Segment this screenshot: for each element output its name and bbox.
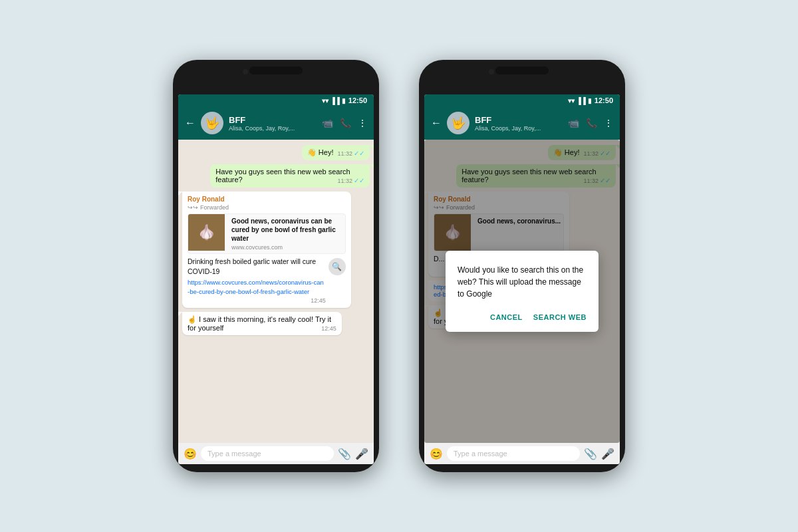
contact-info-left: BFF Alisa, Coops, Jay, Roy,... — [229, 115, 317, 132]
msg-time-hey: 11:32 ✓✓ — [337, 150, 364, 157]
input-placeholder-right: Type a message — [454, 450, 507, 458]
input-bar-right: 😊 Type a message 📎 🎤 — [424, 443, 620, 464]
link-domain: www.covcures.com — [231, 244, 342, 251]
link-title: Good news, coronavirus can be cured by o… — [231, 217, 342, 243]
phone-notch-left — [249, 66, 303, 74]
cancel-button[interactable]: CANCEL — [490, 311, 523, 324]
message-out-web: Have you guys seen this new web search f… — [210, 164, 370, 188]
dialog-message: Would you like to search this on the web… — [458, 264, 587, 300]
signal-icon-right: ▐▐ — [577, 97, 586, 104]
message-input-left[interactable]: Type a message — [201, 446, 334, 461]
phone-notch-right — [495, 66, 549, 74]
msg-text-bottom-left: ☝ I saw it this morning, it's really coo… — [188, 315, 331, 332]
group-avatar-left: 🤟 — [201, 112, 223, 134]
msg-time-bottom-left: 12:45 — [321, 325, 336, 332]
video-call-icon-right[interactable]: 📹 — [568, 118, 579, 128]
mic-icon-right[interactable]: 🎤 — [601, 448, 614, 460]
battery-icon-right: ▮ — [588, 97, 592, 104]
message-out-hey: 👋 Hey! 11:32 ✓✓ — [302, 145, 370, 160]
group-name-left: BFF — [229, 115, 317, 125]
header-icons-right: 📹 📞 ⋮ — [568, 118, 613, 128]
link-text-block: Good news, coronavirus can be cured by o… — [229, 214, 345, 253]
sender-name: Roy Ronald — [188, 196, 346, 203]
status-time-left: 12:50 — [348, 96, 367, 104]
input-placeholder-left: Type a message — [207, 450, 261, 458]
group-avatar-right: 🤟 — [447, 112, 469, 134]
phone-camera-right — [489, 69, 494, 74]
attach-icon-right[interactable]: 📎 — [584, 448, 597, 460]
tick-web: ✓✓ — [354, 177, 364, 184]
message-in-bottom-left: ☝ I saw it this morning, it's really coo… — [182, 312, 342, 335]
status-time-right: 12:50 — [595, 96, 613, 104]
phone-call-icon-right[interactable]: 📞 — [586, 118, 597, 128]
attach-icon-left[interactable]: 📎 — [338, 448, 351, 460]
phone-left: ▾▾ ▐▐ ▮ 12:50 ← 🤟 BFF Alisa, Coops, Jay,… — [173, 60, 379, 472]
status-icons-left: ▾▾ ▐▐ ▮ — [322, 97, 346, 104]
mic-icon-left[interactable]: 🎤 — [355, 448, 368, 460]
signal-icon: ▐▐ — [331, 97, 340, 104]
phone-camera-left — [243, 69, 248, 74]
more-options-icon-right[interactable]: ⋮ — [604, 118, 613, 128]
search-web-button-left[interactable]: 🔍 — [329, 258, 346, 275]
contact-info-right: BFF Alisa, Coops, Jay, Roy,... — [475, 115, 563, 132]
message-input-right[interactable]: Type a message — [447, 446, 580, 461]
forwarded-label: ↪↪ Forwarded — [188, 204, 346, 211]
back-button-right[interactable]: ← — [431, 117, 442, 129]
app-header-right: ← 🤟 BFF Alisa, Coops, Jay, Roy,... 📹 📞 ⋮ — [424, 106, 620, 140]
status-bar-left: ▾▾ ▐▐ ▮ 12:50 — [178, 94, 374, 106]
chat-area-left: 👋 Hey! 11:32 ✓✓ Have you guys seen this … — [178, 140, 374, 443]
msg-text-web: Have you guys seen this new web search f… — [215, 168, 350, 184]
app-header-left: ← 🤟 BFF Alisa, Coops, Jay, Roy,... 📹 📞 ⋮ — [178, 106, 374, 140]
forward-icon: ↪↪ — [188, 204, 198, 211]
emoji-icon-right[interactable]: 😊 — [430, 448, 443, 460]
forwarded-link[interactable]: https://www.covcures.com/news/coronaviru… — [188, 279, 324, 295]
video-call-icon[interactable]: 📹 — [322, 118, 333, 128]
back-button-left[interactable]: ← — [185, 117, 196, 129]
dialog-actions: CANCEL SEARCH WEB — [458, 311, 587, 324]
link-thumbnail: 🧄 — [188, 214, 225, 251]
forwarded-body: Drinking fresh boiled garlic water will … — [188, 257, 326, 276]
emoji-icon-left[interactable]: 😊 — [184, 448, 197, 460]
status-bar-right: ▾▾ ▐▐ ▮ 12:50 — [424, 94, 620, 106]
search-web-confirm-button[interactable]: SEARCH WEB — [533, 311, 587, 324]
battery-icon: ▮ — [342, 97, 346, 104]
dialog-overlay: Would you like to search this on the web… — [424, 140, 620, 443]
group-members-left: Alisa, Coops, Jay, Roy,... — [229, 125, 317, 132]
phone-screen-right: ▾▾ ▐▐ ▮ 12:50 ← 🤟 BFF Alisa, Coops, Jay,… — [424, 94, 620, 464]
forwarded-time: 12:45 — [311, 297, 326, 304]
status-icons-right: ▾▾ ▐▐ ▮ — [568, 97, 592, 104]
message-forwarded: Roy Ronald ↪↪ Forwarded 🧄 Good news, cor… — [182, 192, 351, 308]
tick-hey: ✓✓ — [354, 150, 364, 157]
search-web-dialog: Would you like to search this on the web… — [446, 251, 598, 332]
input-bar-left: 😊 Type a message 📎 🎤 — [178, 443, 374, 464]
phone-screen-left: ▾▾ ▐▐ ▮ 12:50 ← 🤟 BFF Alisa, Coops, Jay,… — [178, 94, 374, 464]
wifi-icon-right: ▾▾ — [568, 97, 575, 104]
more-options-icon[interactable]: ⋮ — [358, 118, 367, 128]
group-members-right: Alisa, Coops, Jay, Roy,... — [475, 125, 563, 132]
group-name-right: BFF — [475, 115, 563, 125]
link-preview: 🧄 Good news, coronavirus can be cured by… — [188, 213, 346, 254]
phone-call-icon[interactable]: 📞 — [340, 118, 351, 128]
msg-text-hey: 👋 Hey! — [307, 148, 334, 156]
wifi-icon: ▾▾ — [322, 97, 329, 104]
header-icons-left: 📹 📞 ⋮ — [322, 118, 367, 128]
msg-time-web: 11:32 ✓✓ — [337, 177, 364, 184]
phone-right: ▾▾ ▐▐ ▮ 12:50 ← 🤟 BFF Alisa, Coops, Jay,… — [419, 60, 625, 472]
